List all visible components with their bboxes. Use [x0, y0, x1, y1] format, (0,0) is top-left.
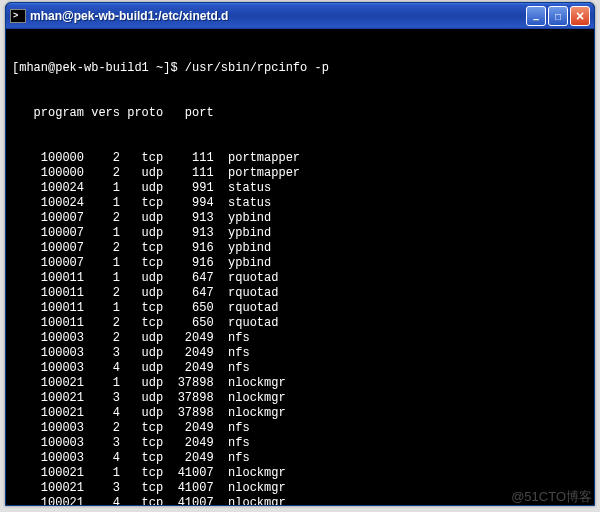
output-header: program vers proto port [12, 106, 588, 121]
output-row: 100003 2 tcp 2049 nfs [12, 421, 588, 436]
output-row: 100003 3 tcp 2049 nfs [12, 436, 588, 451]
output-row: 100000 2 tcp 111 portmapper [12, 151, 588, 166]
output-row: 100011 2 tcp 650 rquotad [12, 316, 588, 331]
output-row: 100021 4 udp 37898 nlockmgr [12, 406, 588, 421]
terminal-icon [10, 9, 26, 23]
command-line: [mhan@pek-wb-build1 ~]$ /usr/sbin/rpcinf… [12, 61, 588, 76]
output-row: 100007 2 udp 913 ypbind [12, 211, 588, 226]
window-controls [526, 6, 590, 26]
output-row: 100021 1 tcp 41007 nlockmgr [12, 466, 588, 481]
output-row: 100007 1 tcp 916 ypbind [12, 256, 588, 271]
output-row: 100021 3 udp 37898 nlockmgr [12, 391, 588, 406]
output-row: 100011 2 udp 647 rquotad [12, 286, 588, 301]
output-row: 100021 1 udp 37898 nlockmgr [12, 376, 588, 391]
output-row: 100011 1 tcp 650 rquotad [12, 301, 588, 316]
output-row: 100003 4 udp 2049 nfs [12, 361, 588, 376]
command-text: /usr/sbin/rpcinfo -p [185, 61, 329, 75]
output-row: 100024 1 udp 991 status [12, 181, 588, 196]
output-row: 100003 3 udp 2049 nfs [12, 346, 588, 361]
output-rows: 100000 2 tcp 111 portmapper 100000 2 udp… [12, 151, 588, 505]
output-row: 100007 2 tcp 916 ypbind [12, 241, 588, 256]
output-row: 100007 1 udp 913 ypbind [12, 226, 588, 241]
watermark: @51CTO博客 [511, 488, 592, 506]
maximize-button[interactable] [548, 6, 568, 26]
close-button[interactable] [570, 6, 590, 26]
output-row: 100021 3 tcp 41007 nlockmgr [12, 481, 588, 496]
terminal-window: mhan@pek-wb-build1:/etc/xinetd.d [mhan@p… [5, 2, 595, 506]
minimize-button[interactable] [526, 6, 546, 26]
titlebar[interactable]: mhan@pek-wb-build1:/etc/xinetd.d [6, 3, 594, 29]
window-title: mhan@pek-wb-build1:/etc/xinetd.d [30, 9, 526, 23]
output-row: 100021 4 tcp 41007 nlockmgr [12, 496, 588, 505]
output-row: 100003 2 udp 2049 nfs [12, 331, 588, 346]
terminal-body[interactable]: [mhan@pek-wb-build1 ~]$ /usr/sbin/rpcinf… [6, 29, 594, 505]
prompt: [mhan@pek-wb-build1 ~]$ [12, 61, 178, 75]
output-row: 100011 1 udp 647 rquotad [12, 271, 588, 286]
output-row: 100024 1 tcp 994 status [12, 196, 588, 211]
output-row: 100000 2 udp 111 portmapper [12, 166, 588, 181]
output-row: 100003 4 tcp 2049 nfs [12, 451, 588, 466]
